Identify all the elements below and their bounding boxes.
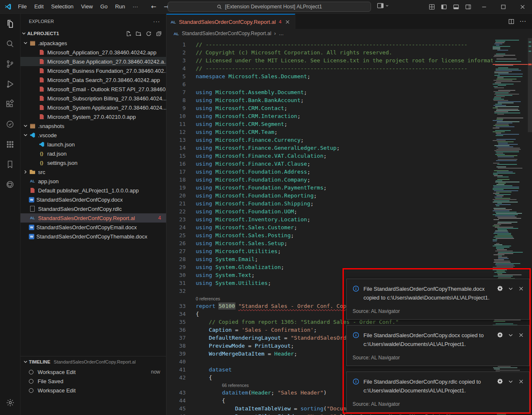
test-explorer-icon[interactable] <box>0 114 20 134</box>
run-debug-icon[interactable] <box>0 74 20 94</box>
twisty-spacer <box>22 215 29 221</box>
scrollbar-slider[interactable] <box>528 38 532 132</box>
notification-collapse-icon[interactable] <box>508 379 514 384</box>
breadcrumb[interactable]: AL StandardSalesOrderConfCopy.Report.al … <box>166 29 532 38</box>
menu-file[interactable]: File <box>14 2 31 11</box>
github-icon[interactable] <box>0 174 20 195</box>
tree-item[interactable]: Microsoft_Base Application_27.0.38460.40… <box>20 57 166 66</box>
notification-collapse-icon[interactable] <box>508 332 514 338</box>
settings-gear-icon[interactable] <box>0 392 20 412</box>
tab-standardsalesorderconfcopy-report[interactable]: AL StandardSalesOrderConfCopy.Report.al … <box>166 14 295 29</box>
new-file-icon[interactable] <box>125 31 132 37</box>
tree-item[interactable]: Microsoft_Business Foundation_27.0.38460… <box>20 66 166 75</box>
extensions-icon[interactable] <box>0 94 20 114</box>
refresh-icon[interactable] <box>146 31 152 37</box>
menu-selection[interactable]: Selection <box>47 2 77 11</box>
timeline-item[interactable]: Workspace Edit <box>20 386 166 395</box>
menu-go[interactable]: Go <box>97 2 111 11</box>
minimize-button[interactable] <box>474 0 494 13</box>
source-control-icon[interactable] <box>0 54 20 74</box>
editor-more-actions-icon[interactable]: ··· <box>519 18 526 25</box>
tree-item[interactable]: Microsoft_Email - Outlook REST API_27.0.… <box>20 85 166 94</box>
tree-item[interactable]: src <box>20 167 166 177</box>
notification-close-icon[interactable] <box>518 379 524 384</box>
layout-dropdown-button[interactable] <box>377 2 389 9</box>
timeline-item[interactable]: Workspace Editnow <box>20 367 166 377</box>
breadcrumb-file[interactable]: StandardSalesOrderConfCopy.Report.al <box>182 31 271 36</box>
notification-settings-icon[interactable] <box>497 285 503 292</box>
menu-view[interactable]: View <box>77 2 97 11</box>
tree-item[interactable]: Microsoft_Data Search_27.0.38460.40242.a… <box>20 75 166 85</box>
command-center-search[interactable]: [Extension Development Host] ALProject1 <box>168 2 371 12</box>
line-number: 21 <box>166 200 186 207</box>
line-number: 16 <box>166 161 186 167</box>
timeline-item[interactable]: File Saved <box>20 377 166 386</box>
maximize-button[interactable] <box>494 0 513 13</box>
back-button[interactable]: ← <box>151 3 156 10</box>
collapse-all-icon[interactable] <box>156 31 162 37</box>
explorer-more-actions-icon[interactable]: ··· <box>153 18 160 25</box>
explorer-icon[interactable] <box>0 14 20 34</box>
line-number: 26 <box>166 240 186 246</box>
notification-close-icon[interactable] <box>518 332 524 338</box>
code-line: 29using System.Globalization; <box>166 263 493 271</box>
tree-item[interactable]: Microsoft_Application_27.0.38460.40242.a… <box>20 48 166 57</box>
tree-item[interactable]: Microsoft_System Application_27.0.38460.… <box>20 103 166 112</box>
split-editor-icon[interactable] <box>508 18 514 25</box>
info-icon <box>353 331 359 338</box>
breadcrumb-more[interactable]: … <box>279 31 284 36</box>
new-folder-icon[interactable] <box>136 31 142 37</box>
menu-more-button[interactable]: ··· <box>129 2 142 11</box>
tree-item[interactable]: .snapshots <box>20 121 166 131</box>
tree-item[interactable]: WStandardSalesOrderConfCopyEmail.docx <box>20 223 166 232</box>
line-number: 7 <box>166 89 186 95</box>
project-section-header[interactable]: ALPROJECT1 <box>20 28 166 38</box>
tree-item[interactable]: launch.json <box>20 140 166 149</box>
twisty-spacer <box>31 150 38 157</box>
tab-close-icon[interactable] <box>284 19 291 25</box>
tree-item-label: Microsoft_Base Application_27.0.38460.40… <box>47 59 166 65</box>
menu-run[interactable]: Run <box>111 2 129 11</box>
tree-item[interactable]: .alpackages <box>20 38 166 48</box>
tree-item-label: Microsoft_Email - Outlook REST API_27.0.… <box>47 86 166 92</box>
codelens-references[interactable]: 0 references <box>186 296 220 301</box>
code-line: 22using Microsoft.Foundation.UOM; <box>166 208 493 215</box>
tree-item[interactable]: WStandardSalesOrderConfCopy.docx <box>20 195 166 204</box>
tree-item[interactable]: Microsoft_Subscription Billing_27.0.3846… <box>20 94 166 103</box>
tree-item[interactable]: Microsoft_System_27.0.40210.0.app <box>20 112 166 121</box>
tree-item-label: StandardSalesOrderConfCopyEmail.docx <box>36 224 137 231</box>
close-window-button[interactable] <box>513 0 532 13</box>
search-sidebar-icon[interactable] <box>0 34 20 54</box>
toggle-secondary-sidebar-icon[interactable] <box>462 1 474 13</box>
tree-item[interactable]: ALapp.json <box>20 177 166 186</box>
customize-layout-icon[interactable] <box>426 1 438 13</box>
line-number: 44 <box>166 397 186 404</box>
line-number: 30 <box>166 272 186 278</box>
tree-item[interactable]: StandardSalesOrderConfCopy.rdlc <box>20 204 166 213</box>
tree-item[interactable]: Default publisher_ALProject1_1.0.0.0.app <box>20 186 166 195</box>
notification-collapse-icon[interactable] <box>508 286 514 292</box>
notification-settings-icon[interactable] <box>497 378 503 384</box>
tree-item[interactable]: WStandardSalesOrderConfCopyThemable.docx <box>20 232 166 241</box>
line-number: 32 <box>166 288 186 294</box>
notification-close-icon[interactable] <box>518 286 524 292</box>
twisty-spacer <box>31 86 38 92</box>
tree-item[interactable]: ALStandardSalesOrderConfCopy.Report.al4 <box>20 213 166 223</box>
code-line: 27using Microsoft.Utilities; <box>166 247 493 255</box>
tree-item[interactable]: {}settings.json <box>20 158 166 167</box>
menu-edit[interactable]: Edit <box>31 2 47 11</box>
code-line: 25using Microsoft.Sales.Posting; <box>166 231 493 239</box>
notification-message: File StandardSalesOrderConfCopyThemable.… <box>363 284 493 302</box>
timeline-dot-icon <box>29 370 33 374</box>
timeline-header[interactable]: TIMELINE StandardSalesOrderConfCopy.Repo… <box>20 356 166 367</box>
grid-icon[interactable] <box>0 134 20 154</box>
chevron-down-icon <box>22 40 29 46</box>
bookmarks-icon[interactable] <box>0 154 20 174</box>
notification-settings-icon[interactable] <box>497 332 503 338</box>
twisty-spacer <box>22 224 29 231</box>
tree-item[interactable]: .vscode <box>20 131 166 140</box>
toggle-panel-icon[interactable] <box>450 1 462 13</box>
tree-item[interactable]: {}rad.json <box>20 149 166 158</box>
toggle-primary-sidebar-icon[interactable] <box>438 1 450 13</box>
codelens-references[interactable]: 66 references <box>186 383 249 388</box>
